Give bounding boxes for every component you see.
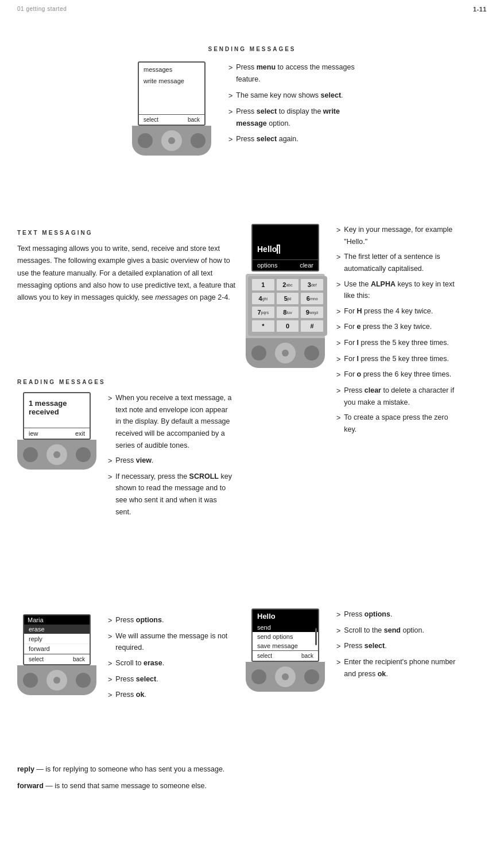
options-back-btn[interactable]: back <box>73 656 85 662</box>
key-5[interactable]: 5jkl <box>276 292 300 305</box>
reply-text: reply — is for replying to someone who h… <box>17 763 241 776</box>
sending-content: messages write message select back > <box>0 61 504 156</box>
reading-instr-2: > Press view. <box>108 455 234 467</box>
reading-right-call[interactable] <box>76 447 91 462</box>
send-instructions: > Press options. > Scroll to the send op… <box>336 608 463 683</box>
send-bold: send <box>384 626 401 634</box>
r-arrow-1: > <box>108 393 112 405</box>
options-reply-item[interactable]: reply <box>24 634 90 644</box>
reply-forward-section: reply — is for replying to someone who h… <box>17 763 241 793</box>
phone-with-keypad: 1 2abc 3def 4ghi 5jkl 6mno 7pqrs 8tuv <box>246 274 325 368</box>
hello-clear-btn[interactable]: clear <box>300 262 313 269</box>
options-forward-item[interactable]: forward <box>24 644 90 654</box>
reading-phone-block: 1 message received iew exit <box>17 392 96 470</box>
h-text-H: For H press the 4 key twice. <box>344 305 433 317</box>
opt-instr-5: > Press ok. <box>108 689 234 701</box>
send-left-call[interactable] <box>251 669 266 684</box>
key-0[interactable]: 0 <box>276 320 300 332</box>
options-instructions: > Press options. > We will assume the me… <box>108 614 234 705</box>
o-text-5: Press ok. <box>115 689 146 701</box>
options-select-btn[interactable]: select <box>29 656 44 662</box>
h-text-2: The first letter of a sentence is automa… <box>344 251 463 274</box>
send-item-options[interactable]: send options <box>253 632 318 641</box>
text-messaging-title: TEXT MESSAGING <box>17 230 241 236</box>
text-messaging-body: Text messaging allows you to write, send… <box>17 243 241 304</box>
left-call-button[interactable] <box>138 133 153 148</box>
hello-nav[interactable] <box>275 343 296 363</box>
reading-view-btn[interactable]: iew <box>29 430 38 437</box>
h-arrow-2: > <box>336 251 340 263</box>
h-text-e: For e press the 3 key twice. <box>344 321 432 333</box>
key-6[interactable]: 6mno <box>300 292 324 305</box>
h-arrow-l1: > <box>336 338 340 350</box>
hello-screen-bar: options clear <box>253 259 318 270</box>
send-nav[interactable] <box>275 666 296 687</box>
key-6-alpha: mno <box>310 297 318 301</box>
key-9[interactable]: 9wxyz <box>300 306 324 319</box>
instr-menu-text: Press menu to access the messages featur… <box>236 61 372 86</box>
s-arrow-2: > <box>336 625 340 637</box>
chapter-label: 01 getting started <box>17 6 67 13</box>
send-phone-block: Hello send send options save message sel… <box>246 608 325 692</box>
hello-right-call[interactable] <box>304 346 319 360</box>
r-instr-3-text: If necessary, press the SCROLL key shown… <box>115 471 234 518</box>
key-8[interactable]: 8tuv <box>276 306 300 319</box>
hello-left-call[interactable] <box>251 346 266 360</box>
o-text-2: We will assume the message is not requir… <box>115 630 234 654</box>
key-1[interactable]: 1 <box>251 278 275 291</box>
cursor: | <box>277 245 280 254</box>
send-select-bold: select <box>365 642 385 650</box>
reading-left-call[interactable] <box>23 447 38 462</box>
h-instr-1: > Key in your message, for example "Hell… <box>336 224 463 247</box>
sending-phone-body <box>132 126 211 156</box>
key-4-alpha: ghi <box>262 297 267 301</box>
forward-bold-label: forward <box>17 782 44 790</box>
center-nav-button[interactable] <box>161 130 182 151</box>
send-hello-text: Hello <box>253 610 318 623</box>
arrow-3: > <box>228 106 232 118</box>
options-left-call[interactable] <box>23 673 38 688</box>
h-instr-3: > Use the ALPHA keys to key in text like… <box>336 278 463 302</box>
reading-instr-1: > When you receive a text message, a tex… <box>108 392 234 451</box>
send-section: Hello send send options save message sel… <box>246 608 487 692</box>
o-text-1: Press options. <box>115 614 164 626</box>
select-bold-4: select <box>136 675 156 683</box>
key-5-alpha: jkl <box>288 297 292 301</box>
right-call-button[interactable] <box>191 133 206 148</box>
options-right-call[interactable] <box>76 673 91 688</box>
instr-press-select-1: > Press select to display the write mess… <box>228 106 372 130</box>
options-nav[interactable] <box>46 670 67 691</box>
sending-instructions: > Press menu to access the messages feat… <box>228 61 372 150</box>
key-2[interactable]: 2abc <box>276 278 300 291</box>
send-item-send[interactable]: send <box>253 623 318 632</box>
instr-select-text: Press select to display the write messag… <box>236 106 372 130</box>
view-bold: view <box>136 456 152 464</box>
r-arrow-3: > <box>108 471 112 483</box>
key-4[interactable]: 4ghi <box>251 292 275 305</box>
H-bold: H <box>357 307 362 315</box>
sending-back-btn[interactable]: back <box>188 117 200 123</box>
reading-exit-btn[interactable]: exit <box>75 430 85 437</box>
options-screen-bar: select back <box>24 654 90 664</box>
r-instr-2-text: Press view. <box>115 455 153 467</box>
reading-nav[interactable] <box>46 444 67 465</box>
send-item-save[interactable]: save message <box>253 641 318 650</box>
sending-screen-line1: messages <box>144 66 200 73</box>
s-instr-1: > Press options. <box>336 608 463 621</box>
send-screen-bar: select back <box>253 650 318 661</box>
key-3[interactable]: 3def <box>300 278 324 291</box>
sending-select-btn[interactable]: select <box>144 117 158 123</box>
key-7[interactable]: 7pqrs <box>251 306 275 319</box>
key-star[interactable]: * <box>251 320 275 332</box>
page-header: 01 getting started 1-11 <box>0 6 504 13</box>
hello-word: Hello <box>257 245 277 254</box>
send-select-btn[interactable]: select <box>257 653 272 659</box>
h-arrow-l2: > <box>336 354 340 366</box>
o-text-3: Scroll to erase. <box>115 657 164 669</box>
hello-phone-screen: Hello| options clear <box>251 224 319 272</box>
send-right-call[interactable] <box>304 669 319 684</box>
key-hash[interactable]: # <box>300 320 324 332</box>
send-back-btn[interactable]: back <box>301 653 313 659</box>
options-erase-item[interactable]: erase <box>24 625 90 634</box>
hello-options-btn[interactable]: options <box>257 262 277 269</box>
